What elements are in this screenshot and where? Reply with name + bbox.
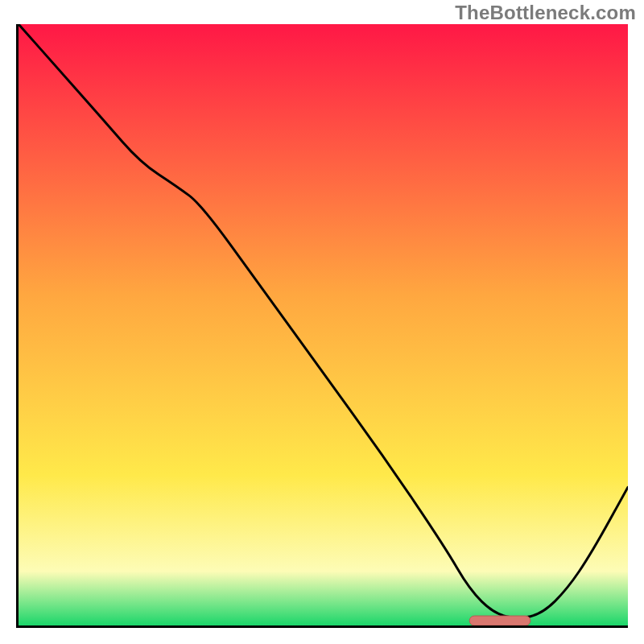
watermark-text: TheBottleneck.com xyxy=(455,2,636,24)
plot-area xyxy=(16,24,628,628)
chart-frame: TheBottleneck.com xyxy=(0,0,644,644)
plot-svg xyxy=(19,24,628,625)
gradient-background xyxy=(19,24,628,625)
optimal-marker xyxy=(469,616,530,625)
